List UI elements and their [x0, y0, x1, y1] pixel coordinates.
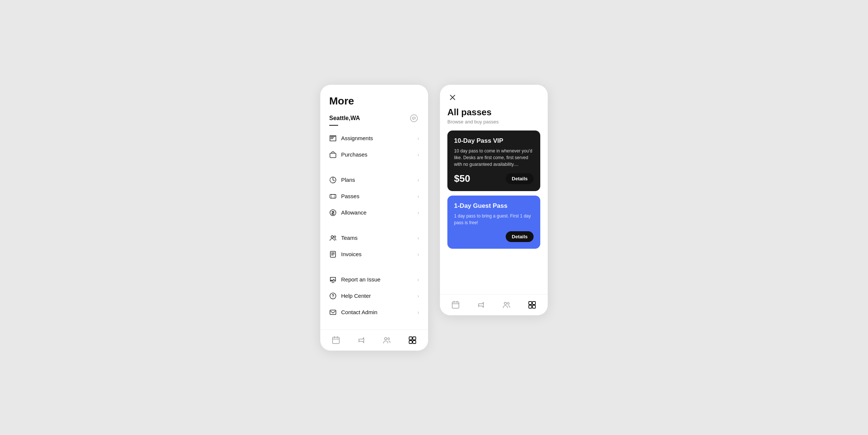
menu-item-passes[interactable]: Passes ›	[329, 188, 419, 204]
svg-rect-23	[532, 305, 535, 308]
purchases-label: Purchases	[341, 151, 367, 158]
assignments-icon	[329, 135, 337, 142]
purchases-chevron: ›	[417, 152, 419, 158]
chat-icon[interactable]	[409, 113, 419, 123]
svg-point-19	[508, 302, 509, 304]
assignments-label: Assignments	[341, 135, 373, 141]
svg-point-11	[385, 338, 387, 340]
allowance-label: Allowance	[341, 209, 366, 216]
passes-content: All passes Browse and buy passes 10-Day …	[440, 85, 548, 253]
invoices-icon	[329, 251, 337, 258]
svg-point-5	[334, 236, 336, 238]
svg-rect-9	[330, 310, 336, 315]
svg-rect-17	[452, 302, 459, 308]
svg-point-4	[331, 236, 333, 238]
menu-section-3: Teams › Invoices ›	[329, 230, 419, 262]
allowance-icon	[329, 209, 337, 216]
passes-chevron: ›	[417, 193, 419, 199]
vip-details-button[interactable]: Details	[506, 173, 534, 184]
location-row: Seattle,WA	[329, 113, 419, 123]
allowance-chevron: ›	[417, 210, 419, 216]
menu-item-invoices[interactable]: Invoices ›	[329, 246, 419, 262]
svg-rect-20	[529, 302, 532, 304]
svg-point-0	[411, 115, 418, 122]
passes-label: Passes	[341, 193, 359, 199]
left-bottom-nav	[320, 329, 428, 351]
menu-item-allowance[interactable]: Allowance ›	[329, 204, 419, 221]
menu-item-purchases[interactable]: Purchases ›	[329, 146, 419, 163]
page-title: More	[329, 95, 419, 107]
plans-chevron: ›	[417, 177, 419, 183]
svg-rect-15	[409, 341, 412, 344]
guest-pass-title: 1-Day Guest Pass	[454, 202, 534, 210]
menu-item-report[interactable]: Report an Issue ›	[329, 271, 419, 288]
guest-details-button[interactable]: Details	[506, 231, 534, 242]
left-phone-card: More Seattle,WA	[320, 85, 428, 351]
right-nav-announce-icon[interactable]	[476, 300, 486, 310]
right-nav-calendar-icon[interactable]	[450, 300, 461, 310]
purchases-icon	[329, 151, 337, 158]
gap-2	[329, 224, 419, 230]
assignments-chevron: ›	[417, 135, 419, 141]
passes-icon	[329, 193, 337, 200]
svg-rect-13	[409, 337, 412, 340]
plans-icon	[329, 176, 337, 184]
nav-calendar-icon[interactable]	[331, 335, 341, 345]
nav-people-icon[interactable]	[382, 335, 392, 345]
menu-section-4: Report an Issue › Help Center	[329, 271, 419, 320]
svg-rect-10	[333, 337, 339, 344]
svg-point-12	[388, 338, 390, 339]
right-nav-people-icon[interactable]	[501, 300, 512, 310]
contact-icon	[329, 309, 337, 316]
vip-pass-card: 10-Day Pass VIP 10 day pass to come in w…	[447, 130, 540, 191]
nav-grid-icon[interactable]	[407, 335, 418, 345]
report-chevron: ›	[417, 277, 419, 283]
svg-rect-1	[330, 153, 336, 158]
menu-section-2: Plans › Passes ›	[329, 172, 419, 221]
vip-pass-title: 10-Day Pass VIP	[454, 137, 534, 145]
guest-pass-card: 1-Day Guest Pass 1 day pass to bring a g…	[447, 196, 540, 249]
svg-rect-21	[532, 302, 535, 304]
help-label: Help Center	[341, 293, 371, 299]
report-label: Report an Issue	[341, 276, 380, 283]
report-icon	[329, 276, 337, 283]
contact-label: Contact Admin	[341, 309, 378, 315]
close-button[interactable]	[447, 92, 458, 103]
location-divider	[329, 125, 338, 126]
menu-item-contact[interactable]: Contact Admin ›	[329, 304, 419, 320]
right-bottom-nav	[440, 294, 548, 315]
teams-icon	[329, 234, 337, 242]
right-nav-grid-icon[interactable]	[527, 300, 537, 310]
svg-point-18	[504, 302, 506, 304]
plans-label: Plans	[341, 177, 355, 183]
help-chevron: ›	[417, 293, 419, 299]
left-content: More Seattle,WA	[320, 85, 428, 329]
menu-item-plans[interactable]: Plans ›	[329, 172, 419, 188]
gap-3	[329, 265, 419, 271]
svg-rect-2	[330, 194, 336, 198]
svg-rect-14	[413, 337, 416, 340]
passes-subtitle: Browse and buy passes	[447, 119, 540, 125]
teams-label: Teams	[341, 235, 357, 241]
guest-pass-footer: Details	[454, 231, 534, 242]
menu-item-teams[interactable]: Teams ›	[329, 230, 419, 246]
svg-rect-6	[330, 251, 336, 257]
gap-1	[329, 166, 419, 172]
menu-item-assignments[interactable]: Assignments ›	[329, 130, 419, 146]
location-name: Seattle,WA	[329, 115, 360, 122]
contact-chevron: ›	[417, 309, 419, 315]
right-phone-card: All passes Browse and buy passes 10-Day …	[440, 85, 548, 315]
nav-announce-icon[interactable]	[356, 335, 367, 345]
vip-pass-price: $50	[454, 173, 470, 184]
help-icon	[329, 292, 337, 300]
screens-wrapper: More Seattle,WA	[305, 70, 563, 365]
svg-point-8	[333, 297, 333, 297]
passes-title: All passes	[447, 107, 540, 117]
menu-section-1: Assignments › Purchases ›	[329, 130, 419, 163]
svg-rect-16	[413, 341, 416, 344]
menu-item-help[interactable]: Help Center ›	[329, 288, 419, 304]
guest-pass-desc: 1 day pass to bring a guest. First 1 day…	[454, 213, 534, 226]
teams-chevron: ›	[417, 235, 419, 241]
invoices-chevron: ›	[417, 251, 419, 257]
svg-rect-22	[529, 305, 532, 308]
